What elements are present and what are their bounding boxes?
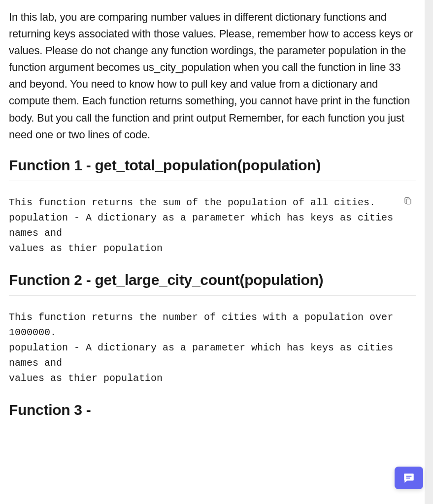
document-page: In this lab, you are comparing number va… <box>0 0 425 504</box>
function-2-code-block: This function returns the number of citi… <box>9 310 416 386</box>
svg-rect-1 <box>406 476 412 477</box>
svg-rect-0 <box>406 199 411 204</box>
intro-paragraph: In this lab, you are comparing number va… <box>9 9 416 143</box>
svg-rect-2 <box>406 477 410 478</box>
right-margin <box>425 0 433 504</box>
function-1-heading: Function 1 - get_total_population(popula… <box>9 157 416 181</box>
function-1-code-block: This function returns the sum of the pop… <box>9 195 416 256</box>
function-3-heading: Function 3 - <box>9 402 416 418</box>
function-2-code-text: This function returns the number of citi… <box>9 310 396 386</box>
copy-icon[interactable] <box>403 196 413 206</box>
function-2-heading: Function 2 - get_large_city_count(popula… <box>9 272 416 296</box>
chat-button[interactable] <box>395 467 423 489</box>
function-1-code-text: This function returns the sum of the pop… <box>9 195 396 256</box>
chat-icon <box>402 472 415 484</box>
